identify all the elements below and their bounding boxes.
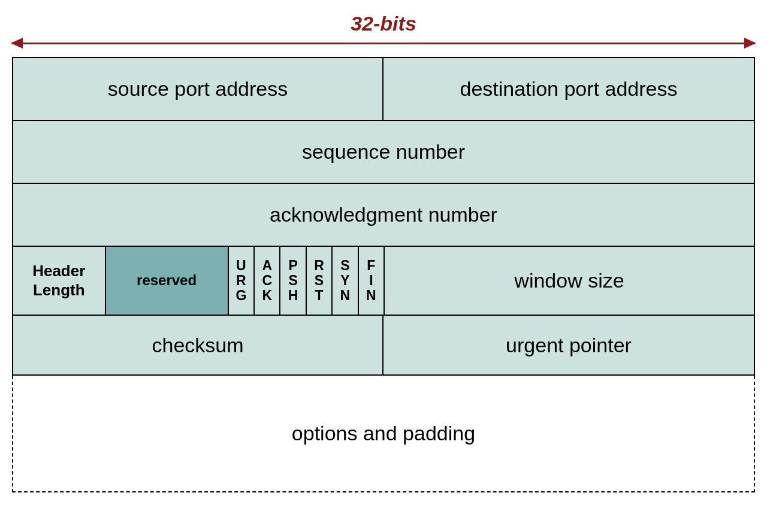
field-window-size: window size <box>384 247 754 315</box>
flags-group: URG ACK PSH RST SYN FIN <box>229 247 384 315</box>
field-header-length: Header Length <box>13 247 106 315</box>
flag-psh: PSH <box>280 247 306 315</box>
arrow-right-icon <box>744 38 756 49</box>
field-ack-number: acknowledgment number <box>13 184 754 246</box>
flag-ack: ACK <box>255 247 280 315</box>
field-reserved: reserved <box>106 247 229 315</box>
field-source-port: source port address <box>13 58 384 120</box>
bits-width-label: 32-bits <box>12 12 755 35</box>
field-urgent-pointer: urgent pointer <box>384 316 754 374</box>
header-fields-table: source port address destination port add… <box>12 57 755 376</box>
flag-fin: FIN <box>359 247 384 315</box>
row-4: Header Length reserved URG ACK PSH RST S… <box>13 247 754 316</box>
tcp-header-diagram: 32-bits source port address destination … <box>12 12 755 492</box>
row-5: checksum urgent pointer <box>13 316 754 376</box>
flag-urg: URG <box>229 247 255 315</box>
arrow-left-icon <box>11 38 23 49</box>
field-dest-port: destination port address <box>384 58 754 120</box>
flag-rst: RST <box>307 247 333 315</box>
row-1: source port address destination port add… <box>13 58 754 121</box>
field-checksum: checksum <box>13 316 384 374</box>
flag-syn: SYN <box>333 247 358 315</box>
field-options-padding: options and padding <box>12 376 755 492</box>
arrow-line <box>12 43 755 44</box>
row-2: sequence number <box>13 121 754 184</box>
field-sequence-number: sequence number <box>13 121 754 183</box>
width-arrow <box>12 38 755 49</box>
row-3: acknowledgment number <box>13 184 754 247</box>
